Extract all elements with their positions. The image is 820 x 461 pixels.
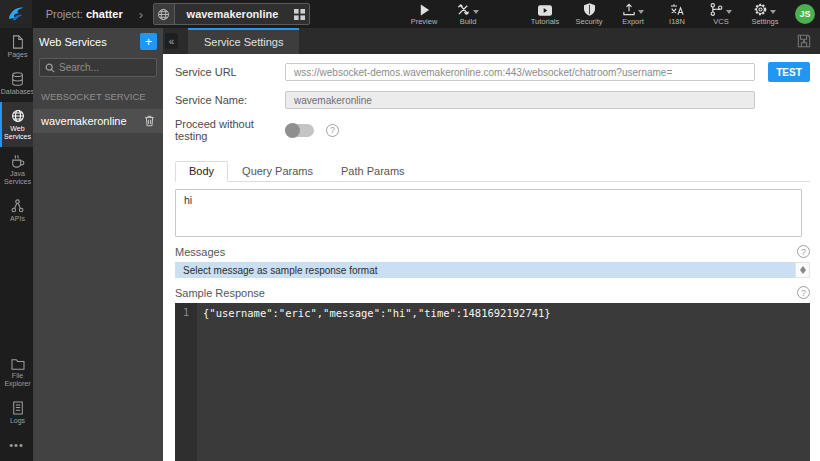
add-service-button[interactable]: + (140, 33, 157, 50)
collapse-panel-button[interactable]: « (165, 33, 178, 49)
export-button[interactable]: Export (618, 3, 648, 26)
sidebar-item-label: Java Services (2, 170, 33, 186)
branch-icon (710, 3, 723, 16)
sidebar-item-file-explorer[interactable]: File Explorer (0, 351, 33, 394)
proceed-without-testing-row: Proceed without testing ? (175, 118, 810, 142)
tab-path-params[interactable]: Path Params (327, 161, 419, 182)
play-icon (419, 4, 430, 16)
editor-line-number: 1 (175, 303, 197, 461)
pages-icon (11, 35, 24, 49)
scroll-down-icon[interactable] (800, 270, 806, 274)
messages-scrollbar[interactable] (795, 262, 810, 278)
security-button[interactable]: Security (574, 3, 604, 26)
sample-response-help-icon[interactable]: ? (797, 286, 810, 299)
service-url-label: Service URL (175, 66, 285, 78)
proceed-help-icon[interactable]: ? (326, 124, 339, 137)
service-name-label: wavemakeronline (41, 115, 144, 127)
build-button[interactable]: Build (453, 3, 483, 26)
service-url-input[interactable] (285, 63, 755, 81)
vcs-button[interactable]: VCS (706, 3, 736, 26)
database-icon (11, 72, 24, 86)
tutorials-button[interactable]: Tutorials (530, 3, 560, 26)
service-tab-label: wavemakeronline (175, 8, 291, 20)
tab-service-settings[interactable]: Service Settings (188, 28, 299, 54)
toggle-knob (285, 123, 300, 138)
service-list-item[interactable]: wavemakeronline (33, 109, 163, 133)
settings-button[interactable]: Settings (750, 3, 780, 26)
topbar-right-actions: Security Export I18N VCS (567, 3, 820, 26)
translate-icon (670, 3, 684, 16)
sample-response-editor[interactable]: 1 {"username":"eric","message":"hi","tim… (175, 303, 810, 461)
sidebar-item-pages[interactable]: Pages (0, 28, 33, 65)
service-url-row: Service URL TEST (175, 62, 810, 82)
topbar-center-actions: Preview Build Tutorials (402, 3, 567, 26)
more-options-icon[interactable]: ••• (0, 431, 33, 461)
api-nodes-icon (11, 199, 24, 213)
project-label: Project: (46, 8, 83, 20)
sidebar-item-label: APIs (10, 215, 25, 223)
export-label: Export (622, 17, 644, 26)
editor-tabbar: « Service Settings (163, 28, 820, 54)
export-icon (623, 3, 635, 16)
video-icon (538, 5, 552, 16)
sidebar-item-apis[interactable]: APIs (0, 192, 33, 229)
editor-code[interactable]: {"username":"eric","message":"hi","time"… (197, 303, 810, 461)
globe-icon (11, 109, 25, 123)
body-message-input[interactable]: hi (175, 189, 802, 237)
main-area: « Service Settings Service URL TEST Serv… (163, 28, 820, 461)
websocket-section-title: WEBSOCKET SERVICE (33, 83, 163, 109)
sidebar-item-label: Web Services (2, 125, 33, 141)
sidebar-item-label: Pages (8, 51, 28, 59)
service-search[interactable] (39, 58, 157, 77)
logs-icon (12, 401, 24, 415)
sample-response-label: Sample Response (175, 287, 265, 299)
i18n-label: I18N (669, 17, 685, 26)
test-button[interactable]: TEST (768, 62, 810, 82)
coffee-cup-icon (11, 154, 25, 168)
settings-dropdown-caret-icon (770, 10, 776, 14)
proceed-toggle[interactable] (285, 124, 314, 137)
i18n-button[interactable]: I18N (662, 3, 692, 26)
build-dropdown-caret-icon (473, 10, 479, 14)
globe-icon (154, 4, 175, 24)
sidebar-item-databases[interactable]: Databases (0, 65, 33, 102)
sidebar-item-logs[interactable]: Logs (0, 394, 33, 431)
project-name: chatter (86, 8, 123, 20)
tab-query-params[interactable]: Query Params (228, 161, 327, 182)
sidebar-item-java-services[interactable]: Java Services (0, 147, 33, 192)
open-service-tab[interactable]: wavemakeronline (153, 3, 310, 25)
search-icon (45, 63, 55, 73)
save-icon[interactable] (797, 34, 811, 48)
security-label: Security (575, 17, 602, 26)
messages-header: Messages ? (175, 245, 810, 258)
export-dropdown-caret-icon (638, 10, 644, 14)
service-settings-content: Service URL TEST Service Name: Proceed w… (163, 54, 820, 461)
user-avatar[interactable]: JS (795, 4, 815, 24)
messages-help-icon[interactable]: ? (797, 245, 810, 258)
messages-list: Select message as sample response format (175, 262, 810, 278)
workspace: Pages Databases Web Services Java Servic… (0, 28, 820, 461)
search-input[interactable] (59, 62, 151, 73)
shield-icon (584, 3, 595, 16)
settings-label: Settings (751, 17, 778, 26)
sidebar-spacer (0, 229, 33, 351)
tutorials-label: Tutorials (531, 17, 559, 26)
messages-label: Messages (175, 246, 225, 258)
wavemaker-logo-icon[interactable] (0, 0, 32, 28)
request-tabs: Body Query Params Path Params (175, 161, 810, 182)
folder-icon (11, 358, 25, 370)
sidebar-item-label: Logs (10, 417, 25, 425)
message-select-option[interactable]: Select message as sample response format (175, 262, 795, 278)
service-name-row: Service Name: (175, 91, 810, 109)
sidebar-item-label: Databases (1, 88, 34, 96)
proceed-label: Proceed without testing (175, 118, 285, 142)
delete-service-icon[interactable] (144, 115, 155, 127)
sidebar-item-web-services[interactable]: Web Services (0, 102, 33, 147)
sample-response-header: Sample Response ? (175, 286, 810, 299)
service-name-input[interactable] (285, 91, 755, 109)
wavemaker-studio: Project: chatter › wavemakeronline Previ… (0, 0, 820, 461)
tab-body[interactable]: Body (175, 161, 228, 182)
grid-icon[interactable] (290, 4, 309, 24)
preview-button[interactable]: Preview (409, 3, 439, 26)
left-nav-rail: Pages Databases Web Services Java Servic… (0, 28, 33, 461)
